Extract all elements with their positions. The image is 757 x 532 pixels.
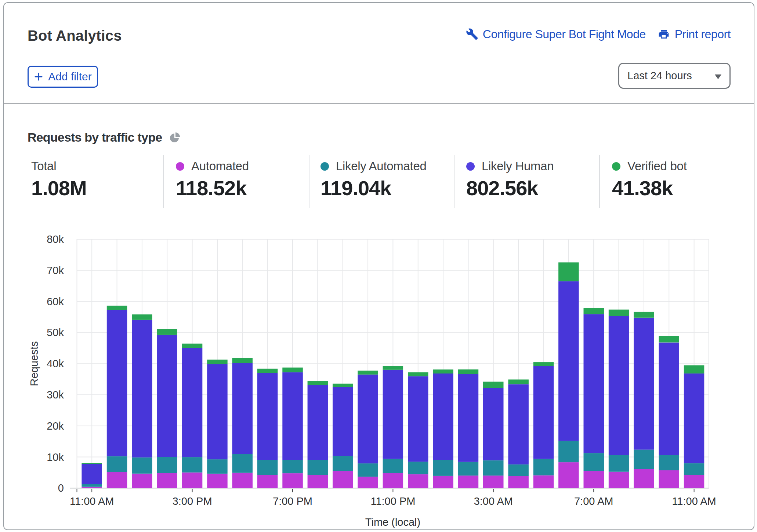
requests-by-traffic-type-chart[interactable]: 010k20k30k40k50k60k70k80k11:00 AM3:00 PM… [0, 205, 757, 532]
stat-divider [309, 155, 309, 208]
svg-text:60k: 60k [47, 296, 64, 307]
bar-5:00 PM[interactable] [232, 358, 253, 488]
bar-12:00 AM[interactable] [408, 372, 428, 488]
bar-1:00 AM[interactable] [433, 369, 453, 488]
bar-9:00 AM[interactable] [634, 312, 654, 488]
configure-link-label: Configure Super Bot Fight Mode [483, 27, 646, 41]
pie-chart-icon [170, 132, 180, 143]
x-axis-title: Time (local) [365, 516, 420, 528]
y-axis-title: Requests [28, 341, 40, 386]
stat-total-value: 1.08M [31, 178, 87, 199]
stat-likely-automated-label: Likely Automated [336, 159, 427, 173]
bar-8:00 AM[interactable] [609, 310, 629, 488]
svg-text:0: 0 [58, 482, 64, 494]
stat-total: Total 1.08M [31, 161, 87, 199]
bar-1:00 PM[interactable] [132, 314, 152, 488]
stat-verified-bot: Verified bot 41.38k [612, 161, 687, 199]
bar-4:00 AM[interactable] [508, 379, 529, 488]
y-axis-labels: 010k20k30k40k50k60k70k80k [47, 233, 64, 494]
page-title: Bot Analytics [28, 28, 122, 43]
stat-likely-human-value: 802.56k [466, 178, 554, 199]
wrench-icon [466, 28, 478, 40]
bar-7:00 AM[interactable] [584, 308, 604, 488]
x-axis-labels: 11:00 AM3:00 PM7:00 PM11:00 PM3:00 AM7:0… [70, 495, 716, 507]
stat-automated-value: 118.52k [176, 178, 249, 199]
print-link-label: Print report [675, 27, 731, 41]
bar-5:00 AM[interactable] [533, 362, 554, 488]
chevron-down-icon [715, 74, 721, 79]
svg-text:3:00 AM: 3:00 AM [474, 495, 513, 507]
bar-7:00 PM[interactable] [282, 368, 303, 488]
likely-human-dot-icon [466, 162, 475, 171]
svg-text:30k: 30k [47, 389, 64, 401]
configure-super-bot-fight-mode-link[interactable]: Configure Super Bot Fight Mode [466, 27, 646, 41]
stat-divider [599, 155, 600, 208]
section-heading: Requests by traffic type [28, 131, 162, 144]
time-range-value: Last 24 hours [627, 70, 692, 82]
verified-bot-dot-icon [612, 162, 620, 171]
printer-icon [658, 28, 670, 40]
x-axis-ticks [77, 489, 694, 492]
add-filter-button[interactable]: Add filter [28, 66, 98, 88]
svg-text:80k: 80k [47, 233, 64, 245]
plus-icon [34, 72, 43, 81]
time-range-select[interactable]: Last 24 hours [618, 63, 731, 89]
bar-3:00 PM[interactable] [182, 344, 203, 488]
svg-text:11:00 AM: 11:00 AM [672, 495, 716, 507]
svg-text:70k: 70k [47, 265, 64, 276]
stat-likely-human-label: Likely Human [482, 159, 554, 173]
stat-verified-bot-label: Verified bot [627, 159, 687, 173]
add-filter-label: Add filter [48, 70, 91, 83]
bar-11:00 AM[interactable] [684, 365, 705, 488]
automated-dot-icon [176, 162, 184, 171]
bar-8:00 PM[interactable] [308, 381, 328, 488]
print-report-link[interactable]: Print report [658, 27, 731, 41]
header-actions: Configure Super Bot Fight Mode Print rep… [466, 27, 731, 41]
svg-text:7:00 PM: 7:00 PM [273, 495, 312, 507]
bar-6:00 AM[interactable] [558, 262, 579, 488]
svg-text:3:00 PM: 3:00 PM [173, 495, 212, 507]
stat-likely-human: Likely Human 802.56k [466, 161, 554, 199]
stat-total-label: Total [31, 159, 56, 173]
bar-10:00 PM[interactable] [358, 371, 378, 488]
stat-likely-automated: Likely Automated 119.04k [320, 161, 427, 199]
stat-verified-bot-value: 41.38k [612, 178, 687, 199]
svg-text:20k: 20k [47, 420, 64, 432]
svg-text:10k: 10k [47, 451, 64, 463]
bar-3:00 AM[interactable] [483, 382, 504, 488]
bot-analytics-page: Bot Analytics Configure Super Bot Fight … [0, 0, 757, 532]
svg-text:50k: 50k [47, 327, 64, 338]
stat-automated: Automated 118.52k [176, 161, 249, 199]
svg-text:11:00 AM: 11:00 AM [70, 495, 114, 507]
bar-11:00 AM[interactable] [82, 463, 102, 488]
bar-2:00 AM[interactable] [458, 369, 479, 488]
svg-text:7:00 AM: 7:00 AM [574, 495, 613, 507]
bar-12:00 PM[interactable] [107, 306, 127, 488]
bar-10:00 AM[interactable] [659, 336, 680, 488]
stat-automated-label: Automated [191, 159, 249, 173]
analytics-card: Bot Analytics Configure Super Bot Fight … [3, 2, 754, 530]
stat-divider [454, 155, 455, 208]
stat-likely-automated-value: 119.04k [320, 178, 427, 199]
likely-automated-dot-icon [320, 162, 329, 171]
stat-divider [163, 155, 164, 208]
header-divider [4, 103, 754, 104]
svg-text:11:00 PM: 11:00 PM [370, 495, 415, 507]
bar-11:00 PM[interactable] [383, 366, 403, 488]
bar-9:00 PM[interactable] [333, 384, 353, 488]
bar-2:00 PM[interactable] [157, 329, 178, 488]
svg-text:40k: 40k [47, 358, 64, 369]
bar-6:00 PM[interactable] [257, 369, 278, 488]
bar-4:00 PM[interactable] [207, 360, 228, 488]
